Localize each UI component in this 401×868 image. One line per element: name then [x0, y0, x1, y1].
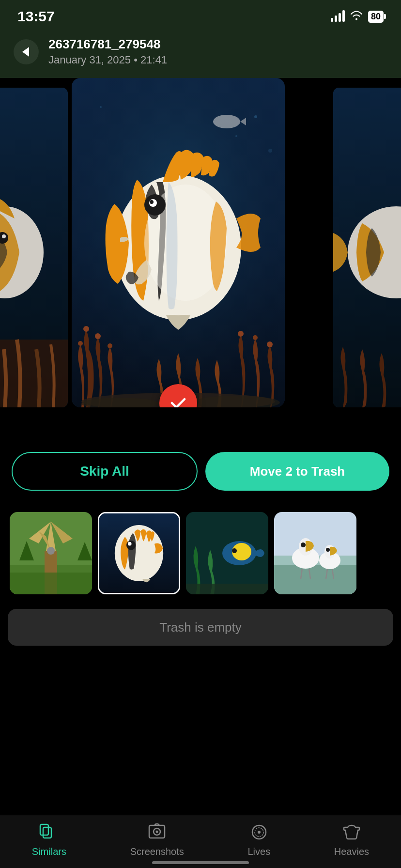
- thumbnail-fish-selected[interactable]: [98, 512, 180, 594]
- lives-icon: [248, 821, 270, 843]
- svg-point-72: [156, 831, 158, 833]
- thumbnail-aquarium[interactable]: [186, 512, 268, 594]
- svg-point-5: [2, 234, 6, 238]
- filename-label: 263716781_279548: [48, 37, 167, 52]
- nav-heavies[interactable]: Heavies: [334, 821, 369, 857]
- svg-point-9: [235, 135, 237, 137]
- svg-point-17: [108, 343, 112, 348]
- svg-point-10: [268, 149, 272, 153]
- thumbnail-windmill[interactable]: [10, 512, 92, 594]
- similars-label: Similars: [32, 846, 66, 857]
- svg-point-18: [238, 331, 244, 337]
- screenshots-label: Screenshots: [130, 846, 184, 857]
- photo-right[interactable]: [333, 88, 401, 407]
- photo-main[interactable]: [72, 78, 285, 407]
- svg-point-14: [83, 326, 89, 332]
- nav-lives[interactable]: Lives: [247, 821, 270, 857]
- svg-point-62: [326, 548, 330, 552]
- svg-point-75: [258, 831, 261, 834]
- heavies-icon: [340, 821, 363, 843]
- svg-rect-68: [43, 827, 51, 838]
- photo-carousel[interactable]: [0, 78, 401, 417]
- photo-left[interactable]: [0, 88, 68, 407]
- home-indicator: [152, 861, 249, 864]
- similars-icon: [38, 821, 60, 843]
- header-info: 263716781_279548 January 31, 2025 • 21:4…: [48, 37, 167, 66]
- svg-point-8: [254, 115, 257, 118]
- svg-point-39: [47, 547, 55, 555]
- svg-point-59: [301, 542, 306, 547]
- move-to-trash-button[interactable]: Move 2 to Trash: [205, 452, 389, 491]
- battery-icon: 80: [368, 11, 384, 23]
- svg-rect-67: [40, 824, 48, 835]
- status-time: 13:57: [17, 8, 55, 25]
- trash-empty-label: Trash is empty: [159, 620, 242, 635]
- back-chevron-icon: [22, 47, 29, 57]
- svg-point-20: [267, 341, 273, 347]
- svg-rect-56: [274, 565, 356, 594]
- svg-rect-40: [10, 573, 92, 594]
- svg-point-19: [253, 335, 258, 340]
- bottom-nav: Similars Screenshots Lives: [0, 815, 401, 868]
- header: 263716781_279548 January 31, 2025 • 21:4…: [0, 29, 401, 78]
- signal-icon: [331, 11, 345, 22]
- svg-rect-2: [0, 340, 68, 407]
- status-icons: 80: [331, 10, 384, 23]
- date-label: January 31, 2025 • 21:41: [48, 54, 167, 66]
- back-button[interactable]: [14, 39, 39, 64]
- svg-point-46: [126, 541, 136, 550]
- svg-point-11: [100, 106, 102, 108]
- wifi-icon: [350, 10, 363, 23]
- svg-point-52: [232, 548, 237, 553]
- heavies-label: Heavies: [334, 846, 369, 857]
- svg-rect-53: [186, 584, 268, 594]
- status-bar: 13:57 80: [0, 0, 401, 29]
- skip-all-button[interactable]: Skip All: [12, 452, 198, 491]
- svg-point-15: [78, 341, 83, 346]
- lives-label: Lives: [247, 846, 270, 857]
- thumbnail-strip: [0, 502, 401, 604]
- trash-bar: Trash is empty: [8, 609, 393, 646]
- svg-point-47: [128, 542, 132, 546]
- nav-screenshots[interactable]: Screenshots: [130, 821, 184, 857]
- svg-point-12: [213, 115, 240, 128]
- action-buttons: Skip All Move 2 to Trash: [0, 417, 401, 502]
- svg-point-25: [150, 200, 154, 204]
- screenshots-icon: [146, 821, 168, 843]
- thumbnail-birds[interactable]: [274, 512, 356, 594]
- svg-point-16: [95, 333, 101, 339]
- nav-similars[interactable]: Similars: [32, 821, 66, 857]
